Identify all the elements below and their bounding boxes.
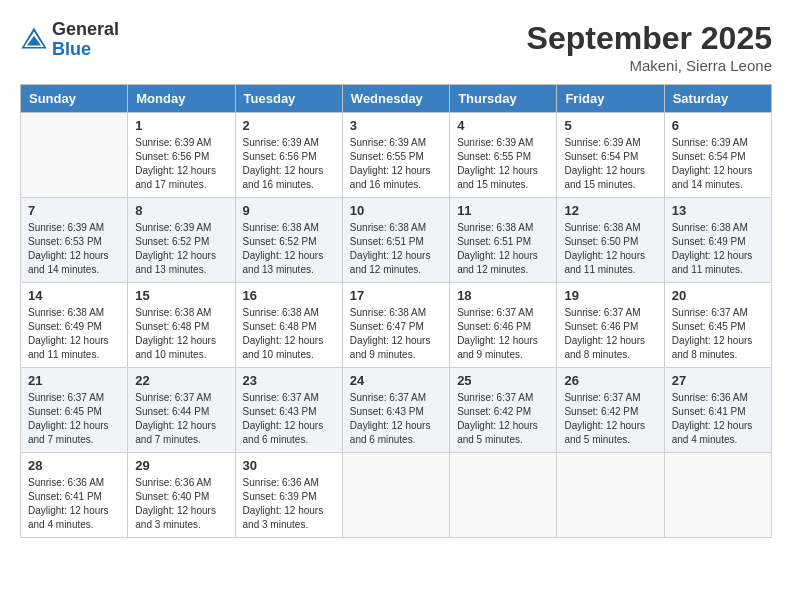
calendar-cell: 24Sunrise: 6:37 AM Sunset: 6:43 PM Dayli…	[342, 368, 449, 453]
day-number: 5	[564, 118, 656, 133]
day-number: 23	[243, 373, 335, 388]
calendar-cell: 27Sunrise: 6:36 AM Sunset: 6:41 PM Dayli…	[664, 368, 771, 453]
day-number: 7	[28, 203, 120, 218]
day-number: 1	[135, 118, 227, 133]
day-info: Sunrise: 6:38 AM Sunset: 6:49 PM Dayligh…	[28, 306, 120, 362]
calendar-cell: 2Sunrise: 6:39 AM Sunset: 6:56 PM Daylig…	[235, 113, 342, 198]
day-info: Sunrise: 6:38 AM Sunset: 6:47 PM Dayligh…	[350, 306, 442, 362]
day-info: Sunrise: 6:38 AM Sunset: 6:50 PM Dayligh…	[564, 221, 656, 277]
day-info: Sunrise: 6:38 AM Sunset: 6:51 PM Dayligh…	[457, 221, 549, 277]
day-number: 6	[672, 118, 764, 133]
calendar-cell: 21Sunrise: 6:37 AM Sunset: 6:45 PM Dayli…	[21, 368, 128, 453]
day-number: 29	[135, 458, 227, 473]
header-sunday: Sunday	[21, 85, 128, 113]
day-number: 11	[457, 203, 549, 218]
day-number: 27	[672, 373, 764, 388]
day-info: Sunrise: 6:36 AM Sunset: 6:39 PM Dayligh…	[243, 476, 335, 532]
day-info: Sunrise: 6:37 AM Sunset: 6:43 PM Dayligh…	[350, 391, 442, 447]
calendar-week-row: 14Sunrise: 6:38 AM Sunset: 6:49 PM Dayli…	[21, 283, 772, 368]
calendar-cell: 19Sunrise: 6:37 AM Sunset: 6:46 PM Dayli…	[557, 283, 664, 368]
day-info: Sunrise: 6:38 AM Sunset: 6:48 PM Dayligh…	[135, 306, 227, 362]
calendar-cell: 30Sunrise: 6:36 AM Sunset: 6:39 PM Dayli…	[235, 453, 342, 538]
day-number: 14	[28, 288, 120, 303]
calendar-cell: 3Sunrise: 6:39 AM Sunset: 6:55 PM Daylig…	[342, 113, 449, 198]
day-number: 2	[243, 118, 335, 133]
day-info: Sunrise: 6:37 AM Sunset: 6:43 PM Dayligh…	[243, 391, 335, 447]
day-number: 28	[28, 458, 120, 473]
day-info: Sunrise: 6:37 AM Sunset: 6:45 PM Dayligh…	[672, 306, 764, 362]
day-number: 8	[135, 203, 227, 218]
day-info: Sunrise: 6:37 AM Sunset: 6:46 PM Dayligh…	[564, 306, 656, 362]
calendar-cell: 7Sunrise: 6:39 AM Sunset: 6:53 PM Daylig…	[21, 198, 128, 283]
day-number: 26	[564, 373, 656, 388]
calendar: SundayMondayTuesdayWednesdayThursdayFrid…	[20, 84, 772, 538]
day-info: Sunrise: 6:39 AM Sunset: 6:55 PM Dayligh…	[457, 136, 549, 192]
calendar-cell: 13Sunrise: 6:38 AM Sunset: 6:49 PM Dayli…	[664, 198, 771, 283]
day-info: Sunrise: 6:37 AM Sunset: 6:45 PM Dayligh…	[28, 391, 120, 447]
calendar-cell: 4Sunrise: 6:39 AM Sunset: 6:55 PM Daylig…	[450, 113, 557, 198]
calendar-cell: 25Sunrise: 6:37 AM Sunset: 6:42 PM Dayli…	[450, 368, 557, 453]
calendar-cell: 20Sunrise: 6:37 AM Sunset: 6:45 PM Dayli…	[664, 283, 771, 368]
calendar-cell	[342, 453, 449, 538]
day-number: 4	[457, 118, 549, 133]
page-header: General Blue September 2025 Makeni, Sier…	[20, 20, 772, 74]
calendar-cell: 18Sunrise: 6:37 AM Sunset: 6:46 PM Dayli…	[450, 283, 557, 368]
calendar-week-row: 28Sunrise: 6:36 AM Sunset: 6:41 PM Dayli…	[21, 453, 772, 538]
day-number: 22	[135, 373, 227, 388]
calendar-cell: 5Sunrise: 6:39 AM Sunset: 6:54 PM Daylig…	[557, 113, 664, 198]
calendar-cell: 16Sunrise: 6:38 AM Sunset: 6:48 PM Dayli…	[235, 283, 342, 368]
calendar-cell	[664, 453, 771, 538]
day-number: 17	[350, 288, 442, 303]
day-info: Sunrise: 6:37 AM Sunset: 6:44 PM Dayligh…	[135, 391, 227, 447]
location: Makeni, Sierra Leone	[527, 57, 772, 74]
calendar-cell: 9Sunrise: 6:38 AM Sunset: 6:52 PM Daylig…	[235, 198, 342, 283]
calendar-cell: 1Sunrise: 6:39 AM Sunset: 6:56 PM Daylig…	[128, 113, 235, 198]
day-number: 20	[672, 288, 764, 303]
calendar-cell: 17Sunrise: 6:38 AM Sunset: 6:47 PM Dayli…	[342, 283, 449, 368]
calendar-cell: 6Sunrise: 6:39 AM Sunset: 6:54 PM Daylig…	[664, 113, 771, 198]
calendar-cell: 8Sunrise: 6:39 AM Sunset: 6:52 PM Daylig…	[128, 198, 235, 283]
day-number: 9	[243, 203, 335, 218]
calendar-cell: 28Sunrise: 6:36 AM Sunset: 6:41 PM Dayli…	[21, 453, 128, 538]
calendar-cell: 14Sunrise: 6:38 AM Sunset: 6:49 PM Dayli…	[21, 283, 128, 368]
calendar-cell	[557, 453, 664, 538]
month-year: September 2025	[527, 20, 772, 57]
calendar-week-row: 21Sunrise: 6:37 AM Sunset: 6:45 PM Dayli…	[21, 368, 772, 453]
logo-blue: Blue	[52, 40, 119, 60]
day-info: Sunrise: 6:36 AM Sunset: 6:41 PM Dayligh…	[28, 476, 120, 532]
day-info: Sunrise: 6:37 AM Sunset: 6:42 PM Dayligh…	[564, 391, 656, 447]
day-number: 24	[350, 373, 442, 388]
logo-icon	[20, 26, 48, 54]
day-number: 15	[135, 288, 227, 303]
day-info: Sunrise: 6:36 AM Sunset: 6:40 PM Dayligh…	[135, 476, 227, 532]
day-info: Sunrise: 6:39 AM Sunset: 6:54 PM Dayligh…	[564, 136, 656, 192]
header-friday: Friday	[557, 85, 664, 113]
logo-general: General	[52, 20, 119, 40]
calendar-cell: 15Sunrise: 6:38 AM Sunset: 6:48 PM Dayli…	[128, 283, 235, 368]
day-info: Sunrise: 6:36 AM Sunset: 6:41 PM Dayligh…	[672, 391, 764, 447]
calendar-cell: 22Sunrise: 6:37 AM Sunset: 6:44 PM Dayli…	[128, 368, 235, 453]
day-info: Sunrise: 6:39 AM Sunset: 6:52 PM Dayligh…	[135, 221, 227, 277]
day-number: 21	[28, 373, 120, 388]
day-number: 19	[564, 288, 656, 303]
day-number: 18	[457, 288, 549, 303]
calendar-cell: 26Sunrise: 6:37 AM Sunset: 6:42 PM Dayli…	[557, 368, 664, 453]
calendar-header-row: SundayMondayTuesdayWednesdayThursdayFrid…	[21, 85, 772, 113]
day-number: 16	[243, 288, 335, 303]
day-info: Sunrise: 6:37 AM Sunset: 6:42 PM Dayligh…	[457, 391, 549, 447]
day-number: 12	[564, 203, 656, 218]
header-tuesday: Tuesday	[235, 85, 342, 113]
day-info: Sunrise: 6:38 AM Sunset: 6:48 PM Dayligh…	[243, 306, 335, 362]
calendar-cell	[21, 113, 128, 198]
header-monday: Monday	[128, 85, 235, 113]
day-number: 10	[350, 203, 442, 218]
day-info: Sunrise: 6:39 AM Sunset: 6:55 PM Dayligh…	[350, 136, 442, 192]
title-block: September 2025 Makeni, Sierra Leone	[527, 20, 772, 74]
day-number: 25	[457, 373, 549, 388]
day-info: Sunrise: 6:39 AM Sunset: 6:56 PM Dayligh…	[243, 136, 335, 192]
header-wednesday: Wednesday	[342, 85, 449, 113]
calendar-cell: 29Sunrise: 6:36 AM Sunset: 6:40 PM Dayli…	[128, 453, 235, 538]
header-thursday: Thursday	[450, 85, 557, 113]
logo: General Blue	[20, 20, 119, 60]
calendar-week-row: 1Sunrise: 6:39 AM Sunset: 6:56 PM Daylig…	[21, 113, 772, 198]
